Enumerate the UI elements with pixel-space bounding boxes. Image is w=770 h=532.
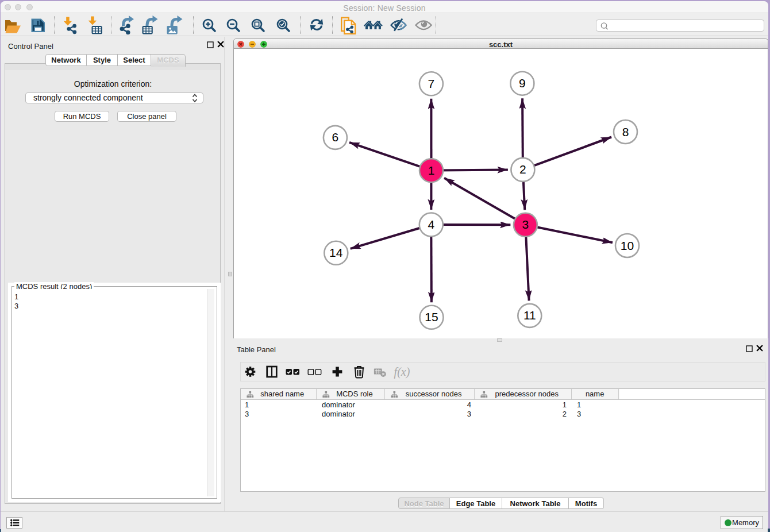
svg-text:2: 2 [519, 163, 526, 176]
svg-text:14: 14 [329, 246, 343, 259]
svg-text:1: 1 [428, 164, 435, 177]
svg-text:3: 3 [522, 218, 529, 231]
svg-text:8: 8 [622, 125, 629, 138]
svg-text:9: 9 [519, 76, 526, 90]
svg-text:10: 10 [621, 239, 634, 252]
svg-text:6: 6 [332, 130, 339, 144]
svg-text:f(x): f(x) [394, 365, 410, 379]
svg-text:11: 11 [523, 309, 536, 322]
svg-text:15: 15 [425, 310, 438, 323]
svg-text:4: 4 [428, 218, 434, 231]
svg-text:7: 7 [428, 77, 435, 90]
